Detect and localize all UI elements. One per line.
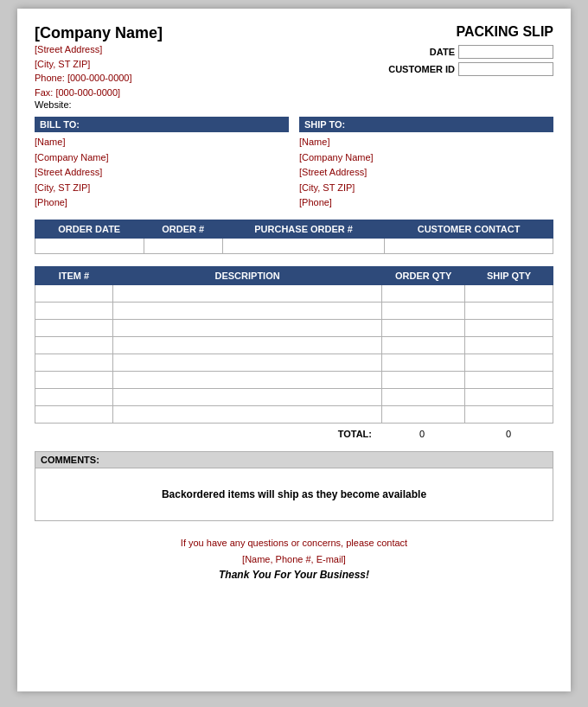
ship-to-name: [Name] [299,135,553,150]
item-cell-4-2[interactable] [382,354,465,371]
item-cell-3-0[interactable] [35,336,113,354]
date-input[interactable] [458,45,553,59]
item-row-7 [35,405,553,423]
item-cell-6-0[interactable] [35,388,113,405]
item-cell-0-3[interactable] [465,284,553,302]
total-ship-qty: 0 [465,429,552,439]
comments-header: COMMENTS: [35,452,553,468]
bill-to-company: [Company Name] [35,150,289,166]
item-num-col: ITEM # [35,266,113,284]
bill-to-city: [City, ST ZIP] [35,181,289,196]
item-cell-4-0[interactable] [35,354,113,371]
company-name: [Company Name] [35,24,163,42]
bill-ship-section: BILL TO: [Name] [Company Name] [Street A… [35,117,553,211]
footer-thanks: Thank You For Your Business! [35,569,553,581]
item-cell-6-2[interactable] [382,388,465,405]
item-cell-5-1[interactable] [112,371,381,388]
item-cell-2-3[interactable] [465,319,553,336]
item-cell-5-2[interactable] [382,371,465,388]
website-label: Website: [35,99,72,110]
order-row [35,238,553,253]
customer-id-row: CUSTOMER ID [386,62,553,76]
item-cell-2-0[interactable] [35,319,113,336]
item-cell-3-2[interactable] [382,336,465,354]
website-row: Website: [35,99,163,110]
item-cell-0-2[interactable] [382,284,465,302]
ship-to-company: [Company Name] [299,150,553,166]
item-row-4 [35,354,553,371]
footer-contact-line1: If you have any questions or concerns, p… [35,535,553,551]
item-cell-7-0[interactable] [35,405,113,423]
fax: Fax: [000-000-0000] [35,86,163,100]
ship-to-address: [Street Address] [299,165,553,181]
footer: If you have any questions or concerns, p… [35,535,553,581]
order-num-col: ORDER # [144,220,222,238]
item-row-6 [35,388,553,405]
date-customer-block: DATE CUSTOMER ID [386,45,553,76]
item-row-1 [35,302,553,319]
item-cell-5-0[interactable] [35,371,113,388]
comments-section: COMMENTS: Backordered items will ship as… [35,451,553,521]
order-qty-col: ORDER QTY [382,266,465,284]
bill-to-address: [Street Address] [35,165,289,181]
order-num-cell[interactable] [144,238,222,253]
item-row-0 [35,284,553,302]
customer-contact-cell[interactable] [385,238,553,253]
item-cell-4-3[interactable] [465,354,553,371]
item-cell-0-0[interactable] [35,284,113,302]
item-cell-3-3[interactable] [465,336,553,354]
item-cell-0-1[interactable] [112,284,381,302]
item-row-2 [35,319,553,336]
item-cell-1-2[interactable] [382,302,465,319]
order-date-col: ORDER DATE [35,220,144,238]
comments-body: Backordered items will ship as they beco… [35,468,553,520]
po-num-col: PURCHASE ORDER # [222,220,384,238]
item-row-5 [35,371,553,388]
item-cell-2-1[interactable] [112,319,381,336]
company-block: [Company Name] [Street Address] [City, S… [35,24,163,110]
bill-to-block: BILL TO: [Name] [Company Name] [Street A… [35,117,289,211]
item-cell-1-3[interactable] [465,302,553,319]
date-label: DATE [386,47,455,57]
item-cell-7-1[interactable] [112,405,381,423]
header-section: [Company Name] [Street Address] [City, S… [35,24,553,110]
customer-id-label: CUSTOMER ID [386,64,455,74]
ship-qty-col: SHIP QTY [465,266,553,284]
bill-to-phone: [Phone] [35,195,289,211]
items-table: ITEM # DESCRIPTION ORDER QTY SHIP QTY [35,266,553,424]
totals-inner: TOTAL: 0 0 [338,429,552,439]
item-cell-5-3[interactable] [465,371,553,388]
description-col: DESCRIPTION [112,266,381,284]
item-cell-6-1[interactable] [112,388,381,405]
ship-to-city: [City, ST ZIP] [299,181,553,196]
item-cell-7-2[interactable] [382,405,465,423]
ship-to-phone: [Phone] [299,195,553,211]
po-num-cell[interactable] [222,238,384,253]
street-address: [Street Address] [35,42,163,57]
order-table: ORDER DATE ORDER # PURCHASE ORDER # CUST… [35,220,553,254]
packing-slip-page: [Company Name] [Street Address] [City, S… [17,9,571,691]
footer-contact-line2: [Name, Phone #, E-mail] [35,551,553,568]
item-cell-6-3[interactable] [465,388,553,405]
phone: Phone: [000-000-0000] [35,71,163,86]
bill-to-header: BILL TO: [35,117,289,132]
item-cell-4-1[interactable] [112,354,381,371]
date-row: DATE [386,45,553,59]
packing-slip-title: PACKING SLIP [386,24,553,40]
item-row-3 [35,336,553,354]
item-cell-7-3[interactable] [465,405,553,423]
total-label: TOTAL: [338,429,372,439]
order-date-cell[interactable] [35,238,144,253]
packing-slip-block: PACKING SLIP DATE CUSTOMER ID [386,24,553,76]
item-cell-1-1[interactable] [112,302,381,319]
total-order-qty: 0 [379,429,465,439]
customer-contact-col: CUSTOMER CONTACT [385,220,553,238]
item-cell-1-0[interactable] [35,302,113,319]
item-cell-2-2[interactable] [382,319,465,336]
item-cell-3-1[interactable] [112,336,381,354]
bill-to-name: [Name] [35,135,289,150]
ship-to-header: SHIP TO: [299,117,553,132]
customer-id-input[interactable] [458,62,553,76]
ship-to-block: SHIP TO: [Name] [Company Name] [Street A… [299,117,553,211]
city-state-zip: [City, ST ZIP] [35,57,163,72]
